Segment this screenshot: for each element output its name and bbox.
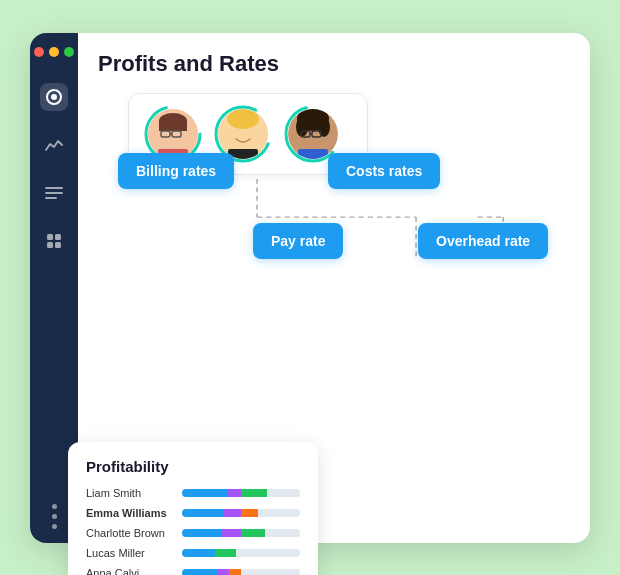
bar-segment [267, 489, 300, 497]
app-window: Profits and Rates [30, 33, 590, 543]
person-name: Lucas Miller [86, 547, 174, 559]
bar-segments [182, 569, 300, 576]
bar-segment [215, 549, 236, 557]
bar-segments [182, 529, 300, 537]
bar-segment [227, 489, 241, 497]
bar-segment [241, 529, 265, 537]
list-item: Liam Smith [86, 487, 300, 499]
svg-point-25 [318, 117, 330, 137]
svg-rect-7 [47, 242, 53, 248]
svg-rect-8 [55, 242, 61, 248]
list-item: Anna Calvi [86, 567, 300, 576]
billing-rates-button[interactable]: Billing rates [118, 153, 234, 189]
sidebar-item-list[interactable] [40, 179, 68, 207]
profitability-title: Profitability [86, 458, 300, 475]
bar-segments [182, 509, 300, 517]
bar-segment [229, 569, 241, 576]
person-name: Emma Williams [86, 507, 174, 519]
diagram-area: Billing rates Costs rates Pay rate Overh… [98, 93, 570, 303]
bar-track [182, 509, 300, 517]
bar-segment [236, 549, 300, 557]
list-item: Lucas Miller [86, 547, 300, 559]
bar-segment [258, 509, 300, 517]
bar-segment [182, 549, 215, 557]
sidebar-item-grid[interactable] [40, 227, 68, 255]
close-button[interactable] [34, 47, 44, 57]
bar-track [182, 489, 300, 497]
bar-track [182, 569, 300, 576]
costs-rates-button[interactable]: Costs rates [328, 153, 440, 189]
main-content: Profits and Rates [78, 33, 590, 543]
dot-1 [52, 504, 57, 509]
svg-point-24 [296, 117, 308, 137]
person-list: Liam SmithEmma WilliamsCharlotte BrownLu… [86, 487, 300, 576]
page-title: Profits and Rates [98, 51, 570, 77]
minimize-button[interactable] [49, 47, 59, 57]
bar-segments [182, 489, 300, 497]
bar-segment [182, 489, 227, 497]
svg-point-1 [51, 94, 57, 100]
svg-rect-12 [159, 121, 187, 131]
bar-segment [182, 569, 217, 576]
pay-rate-button[interactable]: Pay rate [253, 223, 343, 259]
person-name: Liam Smith [86, 487, 174, 499]
bar-segments [182, 549, 300, 557]
person-name: Anna Calvi [86, 567, 174, 576]
bar-segment [241, 569, 300, 576]
list-item: Charlotte Brown [86, 527, 300, 539]
bar-segment [182, 509, 224, 517]
bar-segment [241, 489, 267, 497]
bar-segment [241, 509, 258, 517]
svg-rect-6 [55, 234, 61, 240]
sidebar-item-home[interactable] [40, 83, 68, 111]
profitability-card: Profitability Liam SmithEmma WilliamsCha… [68, 442, 318, 576]
dot-3 [52, 524, 57, 529]
bar-segment [182, 529, 222, 537]
maximize-button[interactable] [64, 47, 74, 57]
bar-track [182, 549, 300, 557]
svg-point-19 [227, 109, 259, 129]
sidebar-item-analytics[interactable] [40, 131, 68, 159]
bar-track [182, 529, 300, 537]
svg-rect-5 [47, 234, 53, 240]
bar-segment [224, 509, 241, 517]
sidebar-dots [52, 504, 57, 529]
dot-2 [52, 514, 57, 519]
bar-segment [222, 529, 241, 537]
person-name: Charlotte Brown [86, 527, 174, 539]
bar-segment [217, 569, 229, 576]
list-item: Emma Williams [86, 507, 300, 519]
overhead-rate-button[interactable]: Overhead rate [418, 223, 548, 259]
traffic-lights [34, 47, 74, 57]
bar-segment [265, 529, 300, 537]
